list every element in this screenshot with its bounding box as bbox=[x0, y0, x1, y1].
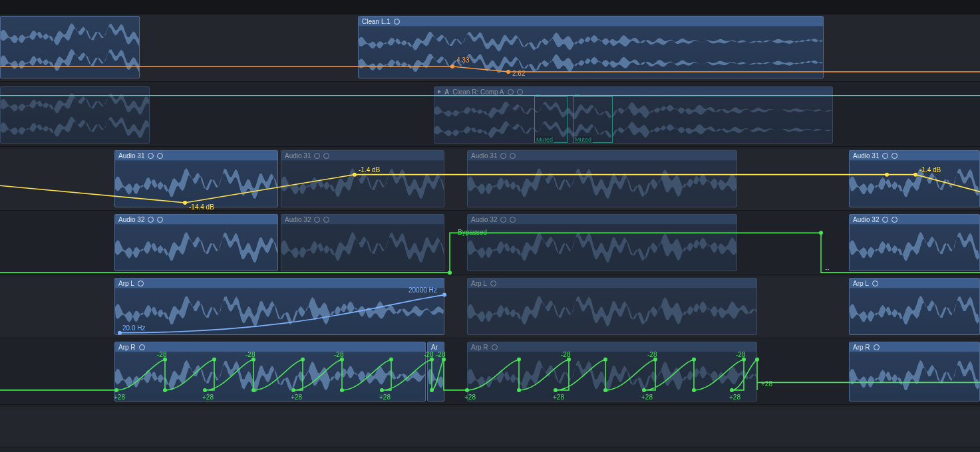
lane-divider bbox=[0, 146, 980, 147]
loop-icon bbox=[157, 217, 163, 223]
audio-region[interactable] bbox=[0, 16, 140, 78]
lane-divider bbox=[0, 404, 980, 405]
loop-icon bbox=[314, 153, 320, 159]
loop-icon bbox=[148, 217, 154, 223]
comp-mute-segment[interactable]: --Muted bbox=[573, 96, 613, 143]
audio-region[interactable]: Arp L bbox=[467, 278, 757, 335]
audio-region[interactable]: Audio 31 bbox=[114, 150, 278, 207]
audio-region[interactable]: Arp R bbox=[114, 342, 426, 401]
region-header[interactable]: Clean L.1 bbox=[359, 17, 823, 27]
region-header[interactable]: AClean R: Comp A bbox=[434, 87, 832, 97]
waveform bbox=[1, 87, 149, 143]
lane-divider bbox=[0, 81, 980, 82]
region-header[interactable]: Audio 32 bbox=[115, 215, 277, 225]
region-title: Audio 31 bbox=[853, 152, 879, 160]
loop-icon bbox=[892, 217, 898, 223]
mute-dash: -- bbox=[536, 90, 541, 98]
timeline-ruler[interactable] bbox=[0, 0, 980, 15]
region-title: Arp L bbox=[471, 280, 487, 287]
play-icon[interactable] bbox=[438, 90, 441, 94]
loop-icon bbox=[872, 281, 878, 286]
lane-divider bbox=[0, 274, 980, 275]
waveform bbox=[850, 160, 979, 207]
loop-icon bbox=[892, 153, 898, 159]
region-header[interactable]: Arp R bbox=[850, 342, 979, 352]
loop-icon bbox=[500, 217, 506, 223]
region-title: Arp R bbox=[853, 344, 870, 351]
waveform bbox=[359, 26, 823, 78]
audio-region[interactable]: Audio 31 bbox=[467, 150, 737, 207]
region-header[interactable]: Audio 31 bbox=[850, 151, 979, 161]
region-header[interactable]: Audio 32 bbox=[281, 215, 444, 225]
loop-icon bbox=[492, 344, 498, 350]
region-title: Clean R: Comp A bbox=[452, 88, 504, 96]
audio-region[interactable]: Audio 31 bbox=[281, 150, 444, 207]
region-header[interactable]: Audio 31 bbox=[115, 151, 277, 161]
audio-region[interactable]: Audio 31 bbox=[849, 150, 980, 207]
waveform bbox=[115, 160, 277, 207]
audio-region[interactable]: Arp L bbox=[849, 278, 980, 335]
audio-region[interactable]: Clean L.1 bbox=[358, 16, 824, 78]
loop-icon bbox=[510, 217, 516, 223]
waveform bbox=[1, 17, 139, 78]
audio-region[interactable]: Arp R bbox=[467, 342, 757, 401]
loop-icon bbox=[138, 281, 144, 286]
region-header[interactable]: Arp L bbox=[468, 279, 756, 288]
region-title: Arp L bbox=[118, 280, 134, 287]
region-title: Audio 32 bbox=[118, 216, 144, 223]
track-lane[interactable] bbox=[0, 407, 980, 447]
loop-icon bbox=[139, 344, 145, 350]
loop-icon bbox=[510, 153, 516, 159]
region-title: Ar bbox=[431, 344, 438, 351]
waveform bbox=[850, 224, 979, 271]
region-header[interactable]: Arp L bbox=[850, 279, 979, 288]
waveform bbox=[434, 96, 832, 143]
comp-letter: A bbox=[444, 88, 449, 96]
audio-region[interactable]: Audio 32 bbox=[467, 214, 737, 271]
region-title: Clean L.1 bbox=[362, 18, 391, 25]
loop-icon bbox=[517, 89, 523, 95]
audio-region[interactable]: AClean R: Comp A--Muted--Muted bbox=[434, 86, 833, 144]
region-title: Audio 32 bbox=[853, 216, 879, 223]
audio-region[interactable]: Audio 32 bbox=[281, 214, 444, 271]
region-header[interactable]: Audio 32 bbox=[468, 215, 736, 225]
loop-icon bbox=[882, 153, 888, 159]
loop-icon bbox=[323, 153, 329, 159]
waveform bbox=[115, 352, 425, 401]
waveform bbox=[428, 352, 444, 401]
lane-divider bbox=[0, 210, 980, 211]
audio-region[interactable]: Ar bbox=[427, 342, 444, 401]
waveform bbox=[850, 288, 979, 334]
region-header[interactable]: Arp R bbox=[115, 342, 425, 352]
mute-label: Muted bbox=[573, 136, 593, 143]
waveform bbox=[281, 160, 444, 207]
loop-icon bbox=[882, 217, 888, 223]
region-header[interactable]: Audio 32 bbox=[850, 215, 979, 225]
audio-region[interactable]: Arp R bbox=[849, 342, 980, 401]
region-header[interactable]: Audio 31 bbox=[468, 151, 736, 161]
loop-icon bbox=[490, 281, 496, 286]
region-header[interactable]: Audio 31 bbox=[281, 151, 444, 161]
region-title: Arp L bbox=[853, 280, 869, 287]
loop-icon bbox=[394, 19, 400, 25]
audio-region[interactable] bbox=[0, 86, 150, 144]
waveform bbox=[468, 160, 736, 207]
region-header[interactable]: Ar bbox=[428, 342, 444, 352]
region-title: Audio 32 bbox=[471, 216, 497, 223]
region-title: Arp R bbox=[118, 344, 136, 351]
region-header[interactable]: Arp R bbox=[468, 342, 756, 352]
audio-region[interactable]: Audio 32 bbox=[849, 214, 980, 271]
lane-divider bbox=[0, 447, 980, 447]
waveform bbox=[281, 224, 444, 271]
loop-icon bbox=[148, 153, 154, 159]
region-header[interactable]: Arp L bbox=[115, 279, 444, 288]
loop-icon bbox=[323, 217, 329, 223]
lane-divider bbox=[0, 338, 980, 338]
loop-icon bbox=[314, 217, 320, 223]
loop-icon bbox=[874, 344, 880, 350]
audio-region[interactable]: Arp L bbox=[114, 278, 444, 335]
region-title: Audio 31 bbox=[285, 152, 311, 160]
region-title: Audio 31 bbox=[118, 152, 144, 160]
comp-mute-segment[interactable]: --Muted bbox=[534, 96, 568, 143]
audio-region[interactable]: Audio 32 bbox=[114, 214, 278, 271]
